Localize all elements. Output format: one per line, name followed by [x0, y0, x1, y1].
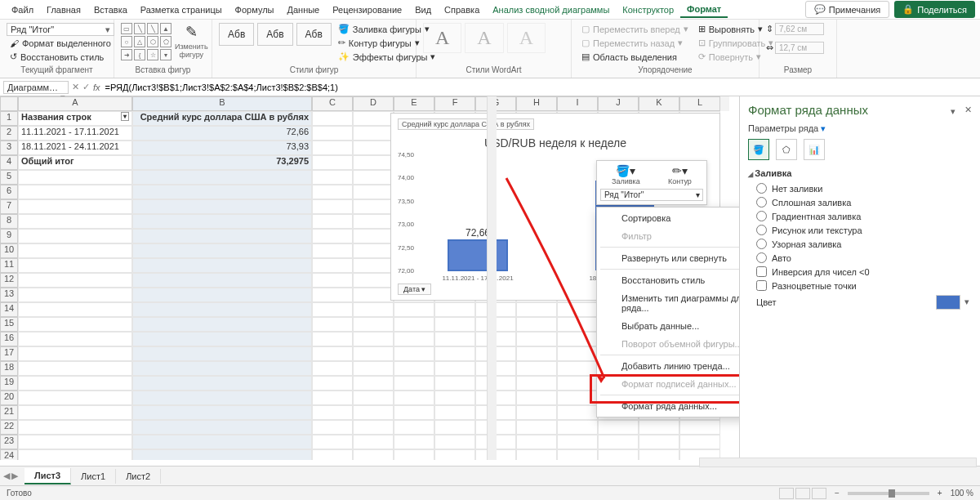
cell[interactable]: [18, 302, 132, 317]
pane-tab-series-icon[interactable]: 📊: [804, 139, 825, 160]
cell[interactable]: [132, 199, 312, 214]
cell[interactable]: [353, 317, 394, 332]
cell[interactable]: [353, 199, 394, 214]
pane-tab-effects-icon[interactable]: ⬠: [776, 139, 797, 160]
cell[interactable]: [394, 391, 434, 405]
zoom-level[interactable]: 100 %: [951, 489, 973, 498]
cell[interactable]: [557, 449, 598, 460]
menu-insert[interactable]: Вставка: [87, 2, 134, 17]
cell[interactable]: [353, 391, 394, 405]
cell[interactable]: [18, 435, 132, 449]
menu-pivotchart[interactable]: Анализ сводной диаграммы: [486, 2, 616, 17]
menu-formulas[interactable]: Формулы: [229, 2, 281, 17]
cell[interactable]: [18, 332, 132, 346]
cell[interactable]: [312, 288, 353, 302]
cell[interactable]: [312, 332, 353, 346]
ctx-item[interactable]: Выбрать данные...: [597, 317, 739, 335]
cell[interactable]: [394, 317, 434, 332]
cell[interactable]: [353, 214, 394, 229]
comments-button[interactable]: 💬Примечания: [805, 1, 890, 18]
row-header[interactable]: 1: [0, 111, 18, 126]
cell[interactable]: [434, 376, 475, 391]
cell[interactable]: [312, 420, 353, 435]
enter-icon[interactable]: ✓: [82, 82, 90, 92]
cell[interactable]: [18, 420, 132, 435]
shapes-gallery[interactable]: ▭╲╲▲ ○△⬡⬠ ➜{☆▾: [121, 23, 172, 60]
cell[interactable]: [353, 405, 394, 420]
zoom-slider[interactable]: [848, 492, 929, 495]
fill-radio[interactable]: Рисунок или текстура: [748, 223, 972, 237]
zoom-out-icon[interactable]: −: [835, 489, 840, 498]
cell[interactable]: [312, 199, 353, 214]
row-header[interactable]: 24: [0, 449, 18, 460]
cell[interactable]: [516, 317, 557, 332]
cell[interactable]: [132, 302, 312, 317]
cell[interactable]: [312, 126, 353, 141]
cell[interactable]: [132, 317, 312, 332]
cell[interactable]: [557, 317, 598, 332]
sheet-area[interactable]: A B C D E F G H I J K L 1 Названия строк…: [0, 96, 739, 460]
cell[interactable]: [516, 332, 557, 346]
chart-bar[interactable]: 72,66: [448, 240, 507, 270]
style-preset[interactable]: Абв: [219, 23, 254, 46]
pane-dropdown-icon[interactable]: ▾: [951, 106, 956, 117]
row-header[interactable]: 14: [0, 302, 18, 317]
row-header[interactable]: 4: [0, 155, 18, 170]
ctx-item[interactable]: Восстановить стиль: [597, 271, 739, 289]
cell[interactable]: [353, 302, 394, 317]
menu-format[interactable]: Формат: [680, 2, 728, 18]
row-header[interactable]: 21: [0, 405, 18, 420]
cell[interactable]: [353, 376, 394, 391]
cancel-icon[interactable]: ✕: [72, 82, 79, 92]
row-header[interactable]: 23: [0, 435, 18, 449]
cell[interactable]: [132, 361, 312, 376]
col-header[interactable]: K: [639, 96, 679, 111]
cell[interactable]: [312, 273, 353, 288]
cell[interactable]: 11.11.2021 - 17.11.2021: [18, 126, 132, 141]
cell[interactable]: [312, 317, 353, 332]
cell[interactable]: [353, 185, 394, 199]
chart-series-label[interactable]: Средний курс доллара США в рублях: [398, 118, 534, 130]
row-header[interactable]: 10: [0, 243, 18, 258]
row-header[interactable]: 22: [0, 420, 18, 435]
cell[interactable]: [679, 435, 720, 449]
row-header[interactable]: 13: [0, 288, 18, 302]
cell[interactable]: [434, 346, 475, 361]
cell[interactable]: [312, 243, 353, 258]
sheet-tab[interactable]: Лист1: [71, 469, 116, 484]
cell[interactable]: [394, 449, 434, 460]
zoom-in-icon[interactable]: +: [938, 489, 942, 498]
cell[interactable]: [353, 273, 394, 288]
fill-checkbox[interactable]: Разноцветные точки: [748, 279, 972, 292]
menu-help[interactable]: Справка: [438, 2, 486, 17]
cell[interactable]: [312, 405, 353, 420]
cell[interactable]: [132, 435, 312, 449]
row-header[interactable]: 15: [0, 317, 18, 332]
cell[interactable]: [353, 361, 394, 376]
cell[interactable]: [434, 317, 475, 332]
ctx-item[interactable]: Развернуть или свернуть›: [597, 249, 739, 267]
cell[interactable]: [132, 273, 312, 288]
ctx-item[interactable]: Формат ряда данных...: [597, 397, 739, 415]
cell[interactable]: 18.11.2021 - 24.11.2021: [18, 141, 132, 155]
row-header[interactable]: 19: [0, 376, 18, 391]
selection-pane-button[interactable]: ▤Область выделения: [578, 51, 692, 63]
cell[interactable]: [639, 420, 679, 435]
cell[interactable]: [353, 170, 394, 185]
vertical-scrollbar[interactable]: [487, 96, 497, 460]
menu-file[interactable]: Файл: [5, 2, 40, 17]
cell[interactable]: [132, 258, 312, 273]
cell[interactable]: [516, 391, 557, 405]
cell[interactable]: [312, 170, 353, 185]
cell[interactable]: [394, 376, 434, 391]
cell[interactable]: [598, 420, 639, 435]
row-header[interactable]: 18: [0, 361, 18, 376]
cell[interactable]: Средний курс доллара США в рублях: [132, 111, 312, 126]
horizontal-scrollbar[interactable]: [699, 458, 977, 467]
cell[interactable]: [132, 229, 312, 243]
row-header[interactable]: 3: [0, 141, 18, 155]
row-header[interactable]: 7: [0, 199, 18, 214]
cell[interactable]: [312, 346, 353, 361]
row-header[interactable]: 16: [0, 332, 18, 346]
cell[interactable]: [312, 391, 353, 405]
